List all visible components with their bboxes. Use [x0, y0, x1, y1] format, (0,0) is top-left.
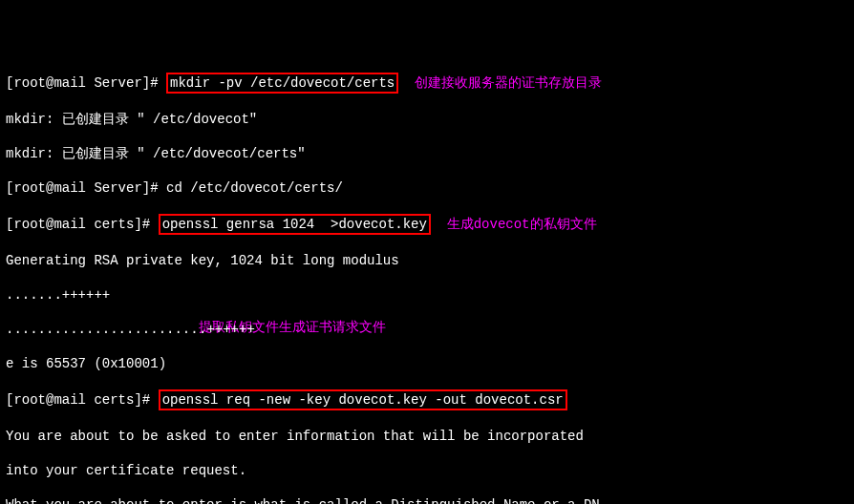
out-e: e is 65537 (0x10001) [6, 355, 848, 372]
cmd-mkdir[interactable]: mkdir -pv /etc/dovecot/certs [166, 73, 398, 94]
dots-b: .++++++ [199, 321, 255, 338]
term-line-5: [root@mail certs]# openssl genrsa 1024 >… [6, 214, 848, 235]
prompt-2[interactable]: [root@mail certs]# [6, 217, 159, 232]
req-out-3: What you are about to enter is what is c… [6, 496, 848, 504]
cmd-genrsa[interactable]: openssl genrsa 1024 >dovecot.key [159, 214, 431, 235]
term-line-1: [root@mail Server]# mkdir -pv /etc/dovec… [6, 73, 848, 94]
cmd-cd[interactable]: [root@mail Server]# cd /etc/dovecot/cert… [6, 179, 848, 197]
term-line-10: [root@mail certs]# openssl req -new -key… [6, 389, 848, 410]
out-genrsa-1: Generating RSA private key, 1024 bit lon… [6, 252, 848, 269]
out-mkdir-2: mkdir: 已创建目录 " /etc/dovecot/certs" [6, 145, 848, 162]
prompt-1[interactable]: [root@mail Server]# [6, 75, 166, 91]
req-out-2: into your certificate request. [6, 462, 848, 479]
prompt-3[interactable]: [root@mail certs]# [6, 392, 159, 408]
out-genrsa-3: ........................提取私钥文件生成证书请求文件.+… [6, 321, 848, 338]
annot-mkdir: 创建接收服务器的证书存放目录 [398, 74, 602, 92]
cmd-req[interactable]: openssl req -new -key dovecot.key -out d… [159, 389, 567, 410]
annot-genrsa: 生成dovecot的私钥文件 [431, 216, 597, 233]
out-genrsa-2: .......++++++ [6, 286, 848, 304]
dots-a: ........................ [6, 322, 199, 337]
out-mkdir-1: mkdir: 已创建目录 " /etc/dovecot" [6, 111, 848, 128]
req-out-1: You are about to be asked to enter infor… [6, 428, 848, 445]
